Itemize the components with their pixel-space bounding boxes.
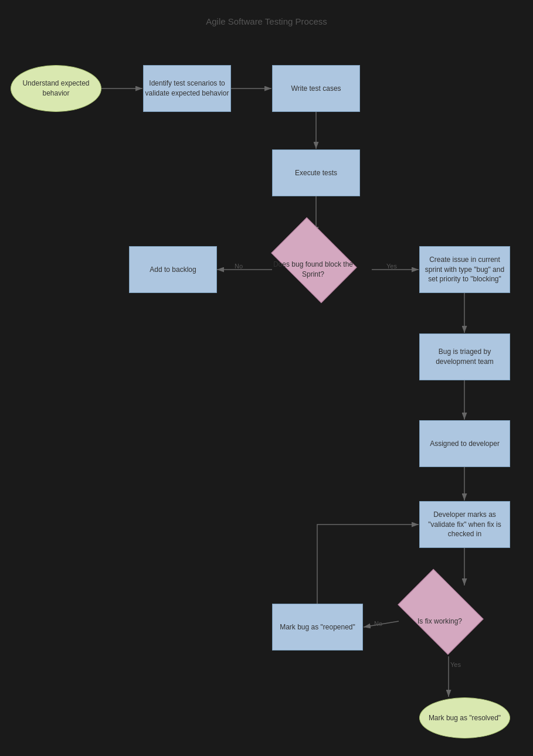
node-execute: Execute tests: [272, 149, 360, 196]
node-backlog: Add to backlog: [129, 246, 217, 293]
node-mark-resolved: Mark bug as "resolved": [419, 697, 510, 738]
label-yes-fix: Yes: [450, 661, 461, 668]
label-no-bug: No: [235, 263, 243, 270]
diagram-title: Agile Software Testing Process: [206, 16, 327, 26]
node-assigned: Assigned to developer: [419, 420, 510, 467]
node-create-issue: Create issue in current sprint with type…: [419, 246, 510, 293]
node-triaged: Bug is triaged by development team: [419, 333, 510, 380]
label-no-fix: No: [374, 620, 382, 627]
node-does-bug: Does bug found block the Sprint?: [263, 234, 363, 305]
diagram: Agile Software Testing Process: [0, 0, 533, 756]
node-write: Write test cases: [272, 65, 360, 112]
node-understand: Understand expected behavior: [11, 65, 101, 112]
label-yes-bug: Yes: [386, 263, 397, 270]
node-dev-marks: Developer marks as "validate fix" when f…: [419, 501, 510, 548]
node-is-fix: Is fix working?: [390, 586, 490, 656]
node-mark-reopened: Mark bug as "reopened": [272, 604, 363, 651]
node-identify: Identify test scenarios to validate expe…: [143, 65, 231, 112]
